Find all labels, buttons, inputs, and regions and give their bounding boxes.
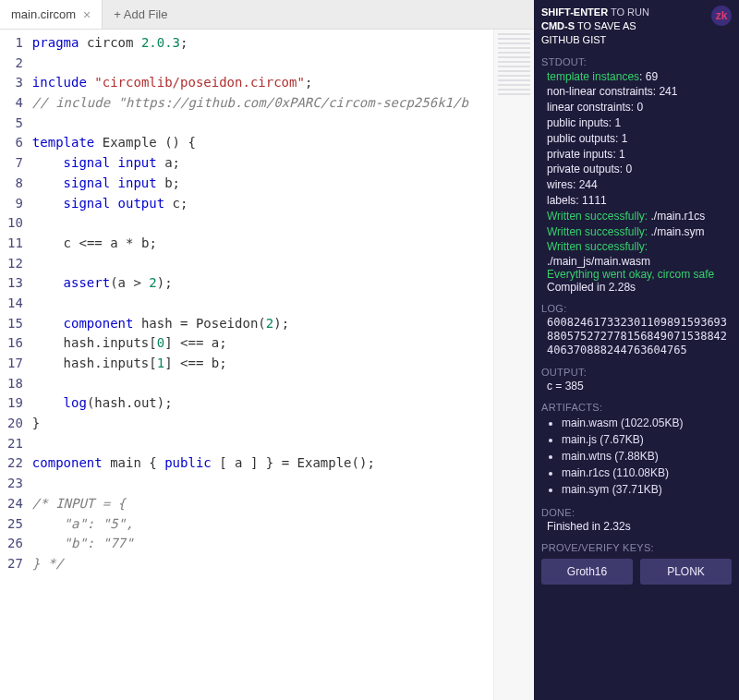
log-title: LOG: xyxy=(541,303,732,314)
done-title: DONE: xyxy=(541,507,732,518)
close-icon[interactable]: × xyxy=(83,7,91,22)
add-file-button[interactable]: + Add File xyxy=(103,2,178,27)
zk-logo: zk xyxy=(711,6,732,26)
plonk-button[interactable]: PLONK xyxy=(640,559,732,585)
editor-pane: main.circom × + Add File 123456789101112… xyxy=(0,0,534,700)
tab-bar: main.circom × + Add File xyxy=(0,0,534,30)
artifact-item[interactable]: main.js (7.67KB) xyxy=(562,431,732,448)
hint-save: TO SAVE AS xyxy=(575,20,636,31)
artifact-item[interactable]: main.r1cs (110.08KB) xyxy=(562,465,732,481)
groth16-button[interactable]: Groth16 xyxy=(541,559,633,585)
prove-title: PROVE/VERIFY KEYS: xyxy=(541,542,732,553)
code-content[interactable]: pragma circom 2.0.3;include "circomlib/p… xyxy=(32,30,493,700)
stdout-ok: Everything went okay, circom safe xyxy=(541,268,732,281)
log-value: 6008246173323011098915936938805752727781… xyxy=(541,316,732,357)
artifact-item[interactable]: main.sym (37.71KB) xyxy=(562,481,732,498)
minimap-preview xyxy=(498,33,530,98)
tab-label: main.circom xyxy=(11,7,76,21)
done-value: Finished in 2.32s xyxy=(541,520,732,533)
line-gutter: 1234567891011121314151617181920212223242… xyxy=(0,30,32,700)
stdout-compiled: Compiled in 2.28s xyxy=(541,281,732,294)
hint-gist: GITHUB GIST xyxy=(541,34,606,45)
prove-buttons: Groth16 PLONK xyxy=(541,559,732,585)
tab-main-circom[interactable]: main.circom × xyxy=(0,0,103,29)
stdout-body: template instances: 69non-linear constra… xyxy=(541,69,732,209)
hint-run: TO RUN xyxy=(608,6,649,18)
output-panel: zk SHIFT-ENTER TO RUN CMD-S TO SAVE AS G… xyxy=(534,0,739,700)
hint-cmd-s: CMD-S xyxy=(541,20,575,31)
artifact-item[interactable]: main.wtns (7.88KB) xyxy=(562,448,732,465)
hint-shift-enter: SHIFT-ENTER xyxy=(541,6,608,18)
stdout-writes: Written successfully: ./main.r1csWritten… xyxy=(541,209,732,255)
output-title: OUTPUT: xyxy=(541,367,732,378)
code-editor[interactable]: 1234567891011121314151617181920212223242… xyxy=(0,30,534,700)
keyboard-hint: SHIFT-ENTER TO RUN CMD-S TO SAVE AS GITH… xyxy=(541,6,732,47)
output-value: c = 385 xyxy=(541,380,732,392)
artifacts-title: ARTIFACTS: xyxy=(541,402,732,413)
minimap[interactable] xyxy=(493,30,534,700)
stdout-title: STDOUT: xyxy=(541,56,732,67)
stdout-wasm-path: ./main_js/main.wasm xyxy=(541,255,732,268)
artifacts-list: main.wasm (1022.05KB)main.js (7.67KB)mai… xyxy=(541,415,732,498)
artifact-item[interactable]: main.wasm (1022.05KB) xyxy=(562,415,732,431)
